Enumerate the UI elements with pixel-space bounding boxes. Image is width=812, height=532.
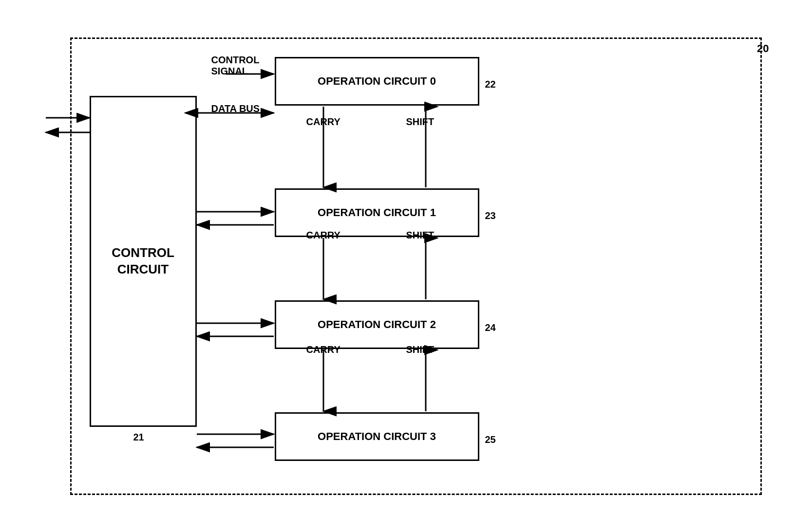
carry-label-0: CARRY <box>306 116 340 128</box>
operation-circuit-2: OPERATION CIRCUIT 2 <box>275 300 479 349</box>
label-25: 25 <box>485 434 496 445</box>
op-circuit-3-label: OPERATION CIRCUIT 3 <box>318 430 436 443</box>
operation-circuit-0: OPERATION CIRCUIT 0 <box>275 57 479 106</box>
operation-circuit-3: OPERATION CIRCUIT 3 <box>275 412 479 461</box>
shift-label-2: SHIFT <box>406 344 434 355</box>
shift-label-1: SHIFT <box>406 230 434 241</box>
control-signal-label: CONTROLSIGNAL <box>211 55 260 77</box>
control-circuit-box: CONTROLCIRCUIT <box>90 96 197 427</box>
operation-circuit-1: OPERATION CIRCUIT 1 <box>275 188 479 237</box>
control-circuit-label: CONTROLCIRCUIT <box>112 245 174 278</box>
shift-label-0: SHIFT <box>406 116 434 128</box>
carry-label-1: CARRY <box>306 230 340 241</box>
label-24: 24 <box>485 322 496 333</box>
label-22: 22 <box>485 79 496 90</box>
label-21: 21 <box>133 432 144 443</box>
data-bus-label: DATA BUS <box>211 103 260 114</box>
op-circuit-1-label: OPERATION CIRCUIT 1 <box>318 206 436 219</box>
label-23: 23 <box>485 210 496 221</box>
carry-label-2: CARRY <box>306 344 340 355</box>
op-circuit-0-label: OPERATION CIRCUIT 0 <box>318 75 436 88</box>
label-20: 20 <box>757 42 769 55</box>
circuit-diagram: 20 CONTROLCIRCUIT 21 OPERATION CIRCUIT 0… <box>41 28 772 505</box>
op-circuit-2-label: OPERATION CIRCUIT 2 <box>318 318 436 331</box>
